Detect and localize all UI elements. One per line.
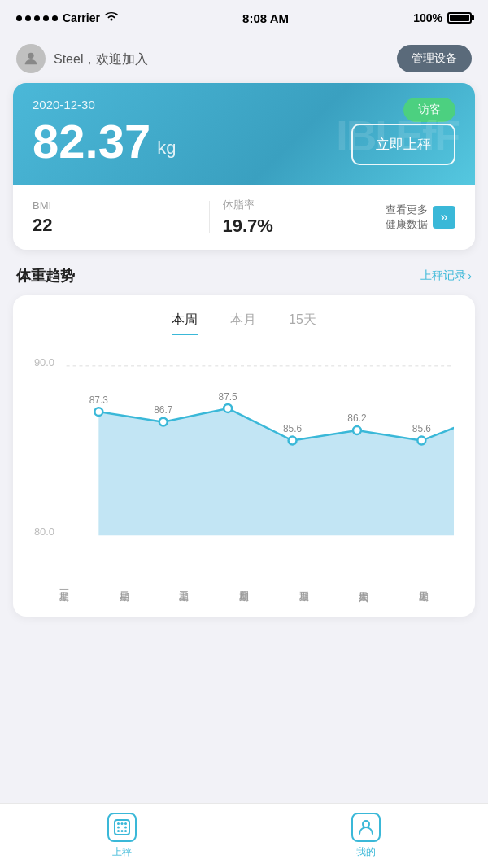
- tab-bar: 上秤 我的: [0, 803, 488, 868]
- svg-point-12: [289, 437, 297, 445]
- status-right: 100%: [413, 11, 472, 24]
- trend-section-header: 体重趋势 上秤记录 ›: [0, 250, 488, 295]
- chart-tabs: 本周 本月 15天: [26, 312, 462, 335]
- hero-top: 2020-12-30 访客 82.37 kg 立即上秤 IBI EfF: [13, 83, 475, 185]
- username: Steel: [54, 52, 83, 66]
- scale-icon: [107, 813, 137, 842]
- nav-title: Steel，欢迎加入: [54, 49, 148, 68]
- nav-bar: Steel，欢迎加入 管理设备: [0, 36, 488, 83]
- hero-weight-row: 82.37 kg 立即上秤: [33, 118, 455, 165]
- person-icon: [351, 813, 381, 842]
- svg-text:87.3: 87.3: [89, 395, 109, 406]
- fat-stat: 体脂率 19.7%: [223, 198, 386, 237]
- svg-point-24: [117, 827, 120, 829]
- record-link-arrow: ›: [468, 269, 472, 282]
- svg-point-0: [28, 53, 33, 59]
- status-bar: Carrier 8:08 AM 100%: [0, 0, 488, 36]
- weight-value: 82.37: [33, 118, 150, 165]
- svg-point-16: [417, 437, 425, 445]
- svg-point-21: [117, 822, 120, 825]
- signal-dots: [16, 15, 58, 21]
- svg-point-29: [363, 821, 369, 827]
- record-link-text: 上秤记录: [420, 268, 466, 283]
- hero-date: 2020-12-30: [33, 98, 455, 111]
- record-link[interactable]: 上秤记录 ›: [420, 268, 472, 283]
- hero-card: 2020-12-30 访客 82.37 kg 立即上秤 IBI EfF BMI …: [13, 83, 475, 250]
- fat-value: 19.7%: [223, 216, 386, 237]
- manage-device-button[interactable]: 管理设备: [397, 45, 472, 72]
- svg-point-26: [117, 830, 120, 832]
- svg-text:80.0: 80.0: [34, 526, 54, 538]
- svg-text:86.2: 86.2: [347, 412, 367, 424]
- svg-text:87.5: 87.5: [219, 391, 238, 403]
- tab-scale-label: 上秤: [112, 845, 132, 859]
- trend-title: 体重趋势: [16, 266, 75, 286]
- svg-point-22: [121, 822, 124, 825]
- more-health-link[interactable]: 查看更多健康数据 »: [386, 203, 455, 232]
- carrier-label: Carrier: [63, 11, 100, 24]
- svg-point-27: [121, 830, 124, 832]
- x-label-sat: 星期六: [359, 568, 368, 600]
- tab-profile-label: 我的: [356, 845, 376, 859]
- weigh-now-button[interactable]: 立即上秤: [351, 124, 455, 165]
- x-axis-labels: 星期一 星期二 星期三 星期四 星期五 星期六 星期天: [26, 561, 462, 600]
- svg-point-8: [159, 418, 168, 426]
- battery-icon: [447, 12, 472, 24]
- svg-text:90.0: 90.0: [34, 356, 54, 369]
- trend-chart: 90.0 80.0: [26, 351, 462, 561]
- status-time: 8:08 AM: [242, 11, 289, 25]
- more-health-arrow: »: [433, 206, 455, 229]
- visitor-button[interactable]: 访客: [403, 98, 455, 122]
- x-label-thu: 星期四: [239, 568, 249, 600]
- wifi-icon: [105, 11, 118, 24]
- tab-15days[interactable]: 15天: [289, 312, 316, 335]
- svg-point-28: [124, 830, 127, 832]
- svg-text:85.6: 85.6: [283, 423, 303, 434]
- bmi-label: BMI: [33, 199, 196, 212]
- chart-container: 90.0 80.0: [26, 351, 462, 600]
- bmi-stat: BMI 22: [33, 199, 196, 236]
- svg-text:86.7: 86.7: [154, 404, 173, 416]
- weight-unit: kg: [157, 137, 176, 159]
- svg-point-6: [94, 408, 102, 416]
- tab-week[interactable]: 本周: [172, 312, 198, 335]
- battery-percent: 100%: [413, 11, 442, 24]
- stat-divider-1: [209, 201, 210, 233]
- hero-weight: 82.37 kg: [33, 118, 176, 165]
- svg-point-14: [353, 426, 361, 434]
- svg-point-10: [224, 404, 232, 412]
- x-label-sun: 星期天: [419, 568, 429, 600]
- hero-bottom: BMI 22 体脂率 19.7% 查看更多健康数据 »: [13, 185, 475, 250]
- status-left: Carrier: [16, 11, 118, 24]
- x-label-wed: 星期三: [179, 568, 189, 600]
- svg-point-25: [124, 827, 127, 829]
- x-label-fri: 星期五: [299, 568, 309, 600]
- tab-profile[interactable]: 我的: [327, 806, 405, 866]
- svg-point-23: [124, 822, 127, 825]
- avatar: [16, 44, 46, 73]
- x-label-tue: 星期二: [120, 568, 129, 600]
- fat-label: 体脂率: [223, 198, 386, 212]
- bmi-value: 22: [33, 215, 196, 236]
- welcome-text: ，欢迎加入: [83, 52, 148, 66]
- more-health-text: 查看更多健康数据: [386, 203, 428, 232]
- svg-marker-5: [98, 408, 462, 535]
- x-label-mon: 星期一: [59, 568, 69, 600]
- nav-user: Steel，欢迎加入: [16, 44, 148, 73]
- tab-scale[interactable]: 上秤: [83, 806, 161, 866]
- chart-card: 本周 本月 15天 90.0 80.0: [13, 295, 475, 617]
- svg-rect-20: [115, 820, 129, 835]
- svg-text:85.6: 85.6: [412, 423, 432, 434]
- tab-month[interactable]: 本月: [230, 312, 256, 335]
